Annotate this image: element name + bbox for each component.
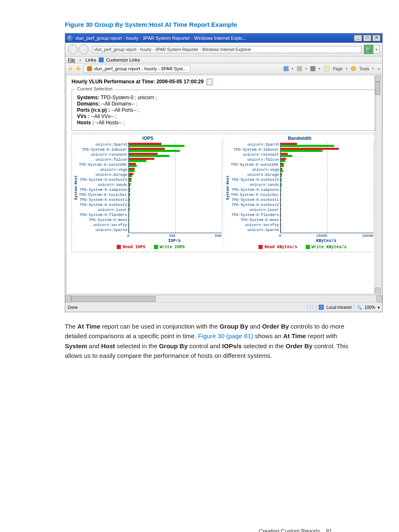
description-text: The At Time report can be used in conjun… [65,321,349,360]
close-button[interactable]: ✕ [372,35,381,41]
browser-window: vlun_perf_group report - hourly - 3PAR S… [65,33,383,312]
tab-icon [87,66,92,71]
tab-label: vlun_perf_group report - hourly - 3PAR S… [94,66,187,71]
maximize-button[interactable]: □ [363,35,371,41]
selection-legend: Current Selection [75,86,114,91]
zoom-icon[interactable]: 🔍 [357,305,362,310]
scroll-down-button[interactable] [375,288,381,293]
customize-links[interactable]: Customize Links [106,57,140,62]
favicon-icon [99,57,104,62]
print-icon[interactable] [310,66,315,71]
window-title: vlun_perf_group report - hourly - 3PAR S… [75,36,246,41]
menu-file[interactable]: File [68,57,75,62]
scroll-up-button[interactable] [375,76,381,82]
feed-icon[interactable] [297,66,302,71]
page-footer: Creating Custom Reports 81 [65,528,349,532]
bandwidth-chart: Bandwidth System:Host unicorn:3parn3TPD-… [224,135,375,251]
links-label: Links [85,57,96,62]
footer-section: Creating Custom Reports [259,528,320,532]
search-dropdown[interactable]: ▾ [373,45,380,54]
figure-link[interactable]: Figure 30 (page 81) [198,332,253,339]
browser-tab[interactable]: vlun_perf_group report - hourly - 3PAR S… [83,65,190,72]
ie-icon [67,35,73,41]
back-button[interactable]: ← [68,44,78,54]
favorites-icon[interactable]: ★ [68,65,73,72]
go-button[interactable]: 🔍 [364,45,373,54]
address-bar[interactable]: vlun_perf_group report - hourly - 3PAR S… [92,46,361,53]
menu-bar: File » Links Customize Links [65,57,382,64]
status-done: Done [68,305,78,310]
status-zone: Local intranet [326,305,351,310]
figure-caption: Figure 30 Group By System:Host At Time R… [65,21,349,28]
report-title: Hourly VLUN Performance at Time: 2009-05… [72,79,377,85]
page-tool-label[interactable]: Page [333,67,343,71]
horizontal-scrollbar[interactable] [65,295,382,302]
hscroll-thumb[interactable] [71,296,156,302]
zoom-dropdown[interactable]: ▾ [378,305,380,310]
window-titlebar: vlun_perf_group report - hourly - 3PAR S… [65,33,382,43]
home-icon[interactable] [284,66,289,71]
nav-toolbar: ← → vlun_perf_group report - hourly - 3P… [65,43,382,57]
export-icon[interactable] [207,79,212,85]
tools-icon[interactable] [351,66,356,71]
footer-page: 81 [326,528,332,532]
tools-label[interactable]: Tools [359,67,369,71]
add-favorites-icon[interactable]: ✚ [76,65,81,72]
iops-chart: IOPS System:Host unicorn:3parn3TPD-Syste… [72,135,223,251]
menu-more-icon[interactable]: » [79,58,81,62]
zone-icon [319,305,324,310]
minimize-button[interactable]: _ [354,35,362,41]
charts-container: IOPS System:Host unicorn:3parn3TPD-Syste… [71,132,377,253]
status-zoom[interactable]: 100% [364,305,375,310]
toolbar-more-icon[interactable]: » [377,67,380,71]
current-selection-panel: Current Selection Systems: TPD-System-0 … [72,90,376,131]
status-bar: Done Local intranet 🔍 100% ▾ [65,302,382,312]
page-icon[interactable] [324,66,330,72]
tab-bar: ★ ✚ vlun_perf_group report - hourly - 3P… [65,64,382,74]
scroll-left-button[interactable] [65,296,71,302]
page-content: Hourly VLUN Performance at Time: 2009-05… [66,75,381,294]
scroll-right-button[interactable] [376,296,382,302]
forward-button[interactable]: → [79,44,89,54]
